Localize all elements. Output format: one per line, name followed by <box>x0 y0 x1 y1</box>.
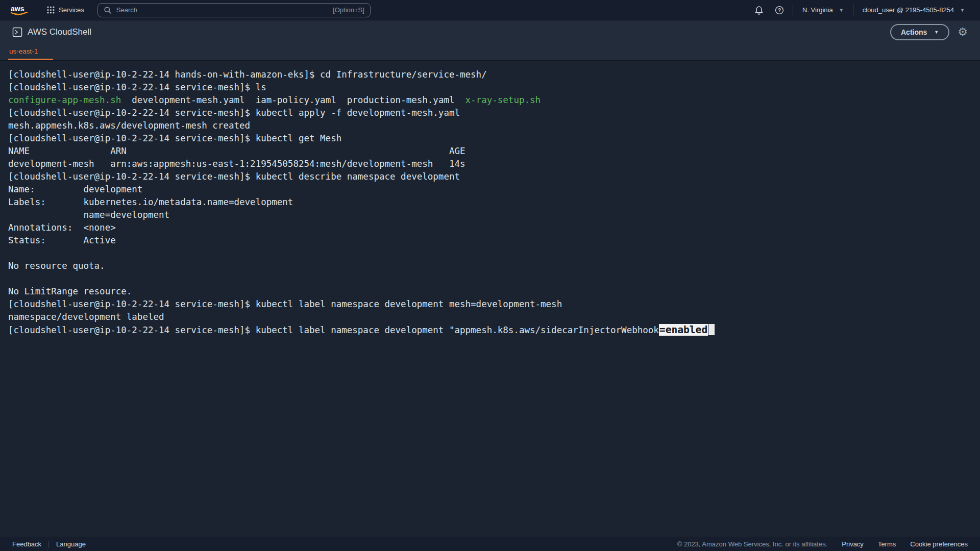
terminal-text: [cloudshell-user@ip-10-2-22-14 service-m… <box>8 171 460 182</box>
header-actions: Actions ▼ ⚙ <box>890 24 968 40</box>
terminal-line: namespace/development labeled <box>8 311 972 323</box>
cloudshell-icon <box>12 27 22 37</box>
terminal-text: Annotations: <none> <box>8 222 116 233</box>
terminal-line <box>8 272 972 285</box>
terminal-tab-bar: us-east-1 <box>0 44 980 61</box>
terminal-text: development-mesh.yaml iam-policy.yaml pr… <box>121 95 465 105</box>
footer-divider <box>48 541 49 548</box>
nav-divider <box>37 4 37 16</box>
terminal-text: name=development <box>8 210 169 220</box>
tab-us-east-1[interactable]: us-east-1 <box>8 44 53 60</box>
nav-right: ? N. Virginia ▼ cloud_user @ 2195-4505-8… <box>749 0 971 20</box>
tab-label: us-east-1 <box>9 47 38 55</box>
search-icon <box>104 6 112 14</box>
chevron-down-icon: ▼ <box>934 30 939 35</box>
terminal-line: [cloudshell-user@ip-10-2-22-14 service-m… <box>8 81 972 94</box>
footer-right: © 2023, Amazon Web Services, Inc. or its… <box>677 540 968 548</box>
terminal-text: NAME ARN AGE <box>8 146 465 156</box>
terminal-text: namespace/development labeled <box>8 312 164 322</box>
services-grid-icon <box>46 6 55 14</box>
terminal-text: [cloudshell-user@ip-10-2-22-14 service-m… <box>8 133 341 143</box>
terminal-line: [cloudshell-user@ip-10-2-22-14 service-m… <box>8 132 972 145</box>
account-menu[interactable]: cloud_user @ 2195-4505-8254 ▼ <box>856 0 971 20</box>
terminal-line: Labels: kubernetes.io/metadata.name=deve… <box>8 196 972 209</box>
terminal-line: [cloudshell-user@ip-10-2-22-14 service-m… <box>8 107 972 119</box>
actions-button[interactable]: Actions ▼ <box>890 24 949 40</box>
search-placeholder: Search <box>116 6 328 14</box>
page-title-group: AWS CloudShell <box>12 27 91 37</box>
settings-button[interactable]: ⚙ <box>958 27 968 38</box>
terminal-text: Name: development <box>8 184 142 194</box>
terminal-line: [cloudshell-user@ip-10-2-22-14 service-m… <box>8 298 972 311</box>
terminal-text: x-ray-setup.sh <box>465 95 541 105</box>
footer-left: Feedback Language <box>12 540 86 548</box>
help-icon: ? <box>775 6 784 15</box>
terminal-text: [cloudshell-user@ip-10-2-22-14 hands-on-… <box>8 69 487 80</box>
terminal-line: mesh.appmesh.k8s.aws/development-mesh cr… <box>8 119 972 132</box>
aws-logo-icon: aws <box>9 4 30 17</box>
terminal-line: No resource quota. <box>8 260 972 272</box>
feedback-link[interactable]: Feedback <box>12 540 41 548</box>
terminal-line: NAME ARN AGE <box>8 145 972 158</box>
account-label: cloud_user @ 2195-4505-8254 <box>863 6 954 14</box>
terminal-text: Labels: kubernetes.io/metadata.name=deve… <box>8 197 293 207</box>
chevron-down-icon: ▼ <box>960 8 965 13</box>
terminal-line: name=development <box>8 209 972 221</box>
console-footer: Feedback Language © 2023, Amazon Web Ser… <box>0 537 980 551</box>
aws-logo[interactable]: aws <box>9 4 34 17</box>
terminal-text: [cloudshell-user@ip-10-2-22-14 service-m… <box>8 108 460 118</box>
nav-divider <box>853 4 853 16</box>
aws-console: aws Services <box>0 0 980 551</box>
nav-divider <box>793 4 793 16</box>
terminal-text: configure-app-mesh.sh <box>8 95 121 105</box>
language-link[interactable]: Language <box>56 540 86 548</box>
svg-text:?: ? <box>778 7 781 13</box>
svg-text:aws: aws <box>11 5 24 13</box>
terminal-text: [cloudshell-user@ip-10-2-22-14 service-m… <box>8 299 562 309</box>
terminal-line: development-mesh arn:aws:appmesh:us-east… <box>8 158 972 170</box>
terminal-selection: =enabled <box>659 324 708 336</box>
terminal-text: No resource quota. <box>8 261 105 271</box>
terminal-line: No LimitRange resource. <box>8 285 972 298</box>
terminal-line: Status: Active <box>8 234 972 247</box>
notifications-button[interactable] <box>749 0 769 20</box>
services-menu[interactable]: Services <box>40 0 90 20</box>
search-shortcut-hint: [Option+S] <box>333 6 364 14</box>
top-navigation: aws Services <box>0 0 980 20</box>
terminal-cursor <box>708 324 715 335</box>
privacy-link[interactable]: Privacy <box>842 540 864 548</box>
terminal-text: Status: Active <box>8 235 116 245</box>
help-button[interactable]: ? <box>769 0 790 20</box>
gear-icon: ⚙ <box>958 26 968 38</box>
terminal-line: Name: development <box>8 183 972 196</box>
actions-button-label: Actions <box>901 28 927 36</box>
terminal-text: [cloudshell-user@ip-10-2-22-14 service-m… <box>8 82 266 92</box>
terminal-text: mesh.appmesh.k8s.aws/development-mesh cr… <box>8 120 250 131</box>
terminal-line: [cloudshell-user@ip-10-2-22-14 service-m… <box>8 170 972 183</box>
terminal-text: [cloudshell-user@ip-10-2-22-14 service-m… <box>8 325 659 335</box>
cookie-preferences-link[interactable]: Cookie preferences <box>910 540 968 548</box>
terminal-text: No LimitRange resource. <box>8 286 132 296</box>
services-label: Services <box>59 6 84 14</box>
chevron-down-icon: ▼ <box>839 8 844 13</box>
bell-icon <box>754 6 764 15</box>
terminal-line: [cloudshell-user@ip-10-2-22-14 service-m… <box>8 323 972 337</box>
region-selector[interactable]: N. Virginia ▼ <box>796 0 850 20</box>
terminal-line <box>8 247 972 260</box>
search-input[interactable]: Search [Option+S] <box>97 3 371 17</box>
terminal[interactable]: [cloudshell-user@ip-10-2-22-14 hands-on-… <box>0 61 980 537</box>
cloudshell-header: AWS CloudShell Actions ▼ ⚙ <box>0 20 980 44</box>
copyright-text: © 2023, Amazon Web Services, Inc. or its… <box>677 540 828 548</box>
region-label: N. Virginia <box>802 6 833 14</box>
terminal-line: [cloudshell-user@ip-10-2-22-14 hands-on-… <box>8 68 972 81</box>
terminal-line: configure-app-mesh.sh development-mesh.y… <box>8 94 972 107</box>
nav-left: aws Services <box>9 0 371 20</box>
terms-link[interactable]: Terms <box>878 540 896 548</box>
terminal-text: development-mesh arn:aws:appmesh:us-east… <box>8 159 465 169</box>
terminal-line: Annotations: <none> <box>8 221 972 234</box>
page-title: AWS CloudShell <box>28 27 91 37</box>
